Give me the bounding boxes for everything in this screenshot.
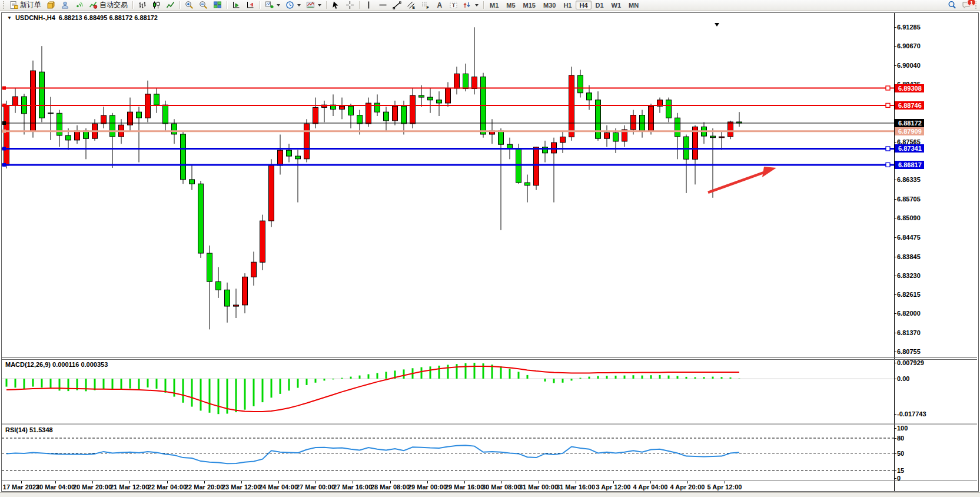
timeframe-button-m30[interactable]: M30 — [540, 1, 559, 9]
date-label: 5 Apr 12:00 — [698, 483, 751, 491]
toolbar-separator — [483, 1, 484, 9]
bar-chart-icon — [138, 1, 147, 9]
line-chart-icon — [166, 1, 175, 9]
clock-icon — [285, 1, 294, 9]
profile-button[interactable] — [58, 1, 72, 10]
chevron-down-icon[interactable] — [318, 4, 321, 6]
price-tick — [894, 276, 896, 276]
chat-badge: 1 — [967, 0, 976, 6]
timeframe-button-h1[interactable]: H1 — [560, 1, 575, 9]
tile-windows-icon — [213, 1, 222, 9]
auto-scroll-button[interactable] — [230, 1, 243, 10]
trendline-button[interactable] — [390, 1, 404, 10]
price-level-line-6.87909[interactable] — [2, 130, 894, 133]
bar-chart-button[interactable] — [135, 1, 149, 10]
chart-cube-button[interactable] — [44, 1, 58, 10]
zoom-in-button[interactable] — [182, 1, 196, 10]
price-tick — [894, 142, 896, 143]
arrows-button[interactable] — [461, 1, 481, 10]
chart-shift-marker-icon[interactable] — [715, 23, 719, 26]
signals-button[interactable] — [72, 1, 86, 10]
zoom-out-button[interactable] — [197, 1, 210, 10]
chart-title-symbol: USDCNH-,H4 — [15, 14, 55, 21]
price-tick-label: 6.90670 — [897, 42, 921, 49]
cursor-button[interactable] — [329, 1, 343, 10]
price-tick-label: 6.83845 — [897, 253, 921, 260]
chevron-down-icon[interactable] — [475, 4, 479, 6]
chart-shift-button[interactable] — [244, 1, 257, 10]
chart-menu-triangle-icon[interactable]: ▼ — [7, 15, 12, 21]
macd-tick — [894, 379, 896, 379]
svg-text:F: F — [427, 5, 429, 9]
fibonacci-button[interactable]: F — [418, 1, 432, 10]
autotrading-icon — [89, 1, 98, 9]
price-badge-6.87341: 6.87341 — [895, 144, 924, 153]
chevron-down-icon[interactable] — [297, 4, 301, 6]
templates-button[interactable] — [304, 1, 324, 10]
rsi-pane[interactable] — [2, 425, 894, 480]
toolbar-separator — [326, 1, 327, 9]
new-order-icon — [9, 1, 18, 9]
timeframe-button-d1[interactable]: D1 — [592, 1, 607, 9]
pane-separator[interactable] — [2, 423, 977, 423]
price-chart-pane[interactable] — [2, 21, 894, 357]
toolbar-separator — [132, 1, 133, 9]
timeframe-button-h4[interactable]: H4 — [576, 1, 591, 9]
price-badge-6.88746: 6.88746 — [895, 101, 924, 110]
macd-pane[interactable] — [2, 360, 894, 423]
indicators-button[interactable] — [263, 1, 283, 10]
equidistant-channel-button[interactable]: E — [404, 1, 418, 10]
rsi-tick-label: 15 — [897, 467, 904, 474]
toolbar-separator — [260, 1, 260, 9]
price-tick-label: 6.86335 — [897, 176, 921, 183]
crosshair-button[interactable] — [343, 1, 357, 10]
horizontal-line-icon — [378, 1, 387, 9]
new-order-button[interactable]: 新订单 — [7, 1, 44, 10]
chart-title-ohlc: 6.88213 6.88495 6.88172 6.88172 — [59, 14, 158, 21]
text-label-button[interactable]: T — [447, 1, 460, 10]
arrow-annotation[interactable] — [708, 167, 776, 193]
chat-button[interactable]: 1 — [959, 1, 973, 10]
periods-button[interactable] — [283, 1, 303, 10]
text-label-icon: T — [449, 1, 458, 9]
text-button[interactable]: A — [433, 1, 446, 10]
price-badge-6.88172: 6.88172 — [895, 119, 924, 127]
price-tick-label: 6.80755 — [897, 348, 921, 355]
timeframe-button-m5[interactable]: M5 — [503, 1, 519, 9]
svg-text:E: E — [413, 5, 416, 9]
price-tick — [894, 199, 896, 200]
toolbar-separator — [359, 1, 360, 9]
price-tick — [894, 333, 896, 333]
timeframe-button-m15[interactable]: M15 — [520, 1, 539, 9]
pane-separator[interactable] — [2, 357, 977, 358]
search-button[interactable] — [945, 1, 959, 10]
price-level-line-6.87341[interactable] — [2, 147, 894, 151]
rsi-tick-label: 80 — [897, 435, 904, 442]
zoom-out-icon — [199, 1, 208, 9]
price-tick — [894, 237, 896, 238]
new-order-button-label: 新订单 — [20, 0, 41, 10]
main-toolbar: 新订单自动交易EFATM1M5M15M30H1H4D1W1MN1 — [0, 0, 980, 11]
price-tick-label: 6.84475 — [897, 234, 921, 241]
timeframe-button-mn[interactable]: MN — [625, 1, 642, 9]
timeframe-button-w1[interactable]: W1 — [608, 1, 625, 9]
fibonacci-icon: F — [421, 1, 430, 9]
chart-shift-icon — [246, 1, 255, 9]
macd-tick — [894, 414, 896, 415]
line-chart-button[interactable] — [164, 1, 177, 10]
price-badge-6.89308: 6.89308 — [895, 84, 924, 92]
price-badge-6.87909: 6.87909 — [895, 127, 924, 135]
rsi-tick — [894, 471, 896, 471]
price-level-line-6.88172[interactable] — [2, 121, 894, 125]
timeframe-button-m1[interactable]: M1 — [486, 1, 502, 9]
vertical-line-button[interactable] — [362, 1, 376, 10]
arrows-icon — [463, 1, 472, 9]
tile-windows-button[interactable] — [211, 1, 224, 10]
candlestick-chart-button[interactable] — [150, 1, 163, 10]
svg-text:A: A — [437, 1, 443, 9]
chevron-down-icon[interactable] — [277, 4, 280, 6]
price-level-line-6.86817[interactable] — [2, 163, 894, 167]
autotrading-button[interactable]: 自动交易 — [87, 1, 130, 10]
horizontal-line-button[interactable] — [376, 1, 390, 10]
rsi-tick — [894, 438, 896, 439]
